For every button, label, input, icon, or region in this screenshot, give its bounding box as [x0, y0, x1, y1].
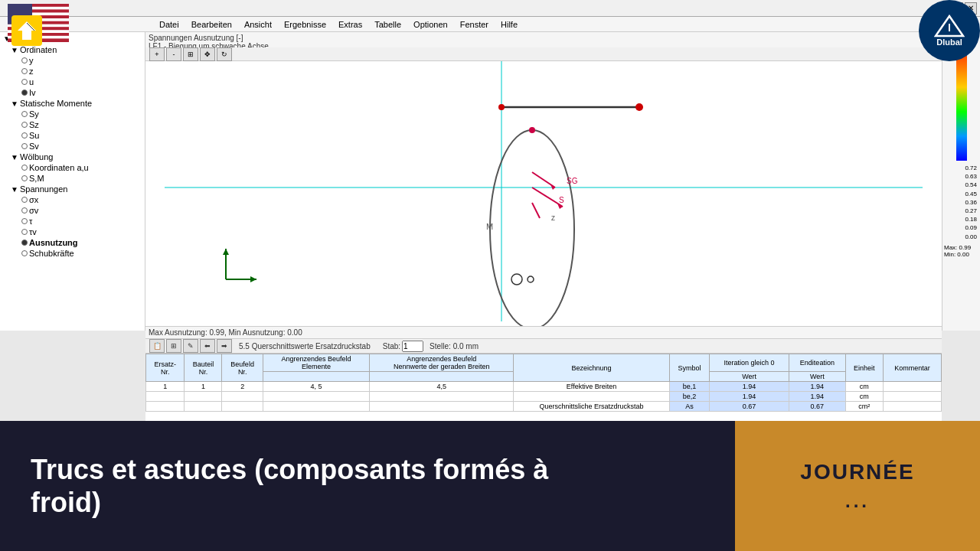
- t2-btn4[interactable]: ⬅: [200, 339, 215, 353]
- sidebar-sv[interactable]: Sv: [0, 141, 145, 152]
- cell-angr-nn-2: [370, 392, 514, 402]
- cell-iter0-2: 1.94: [710, 392, 789, 402]
- menu-datei[interactable]: Datei: [153, 20, 185, 29]
- bottom-left-text: Trucs et astuces (composants formés à fr…: [31, 453, 548, 519]
- table-row: be,2 1.94 1.94 cm: [146, 392, 942, 402]
- cell-beufeld-1: 2: [222, 382, 263, 392]
- table-row: Querschnittsliche Ersatzdruckstab As 0.6…: [146, 402, 942, 412]
- cell-beufeld-3: [222, 402, 263, 412]
- cell-bez-1: Effektive Breiten: [514, 382, 669, 392]
- menu-extras[interactable]: Extras: [332, 20, 368, 29]
- sidebar-sigmax[interactable]: σx: [0, 194, 145, 205]
- fit-btn[interactable]: ⊞: [183, 47, 198, 61]
- cell-iter0-3: 0.67: [710, 402, 789, 412]
- col-enditer: Enditeation: [789, 354, 845, 372]
- cell-komm-1: [883, 382, 941, 392]
- pan-btn[interactable]: ✥: [200, 47, 215, 61]
- status-text: Max Ausnutzung: 0.99, Min Ausnutzung: 0.…: [149, 328, 302, 337]
- toolbar2: 📋 ⊞ ✎ ⬅ ➡ 5.5 Querschnittswerte Ersatzdr…: [145, 338, 942, 354]
- cell-angr-nn-1: 4,5: [370, 382, 514, 392]
- menu-tabelle[interactable]: Tabelle: [368, 20, 407, 29]
- col-angr-nennwerte: Angrenzendes BeufeldNennwerte der gerade…: [370, 354, 514, 372]
- sidebar-tau[interactable]: τ: [0, 216, 145, 227]
- menu-bar: Datei Bearbeiten Ansicht Ergebnisse Extr…: [0, 17, 980, 32]
- sidebar-tauv[interactable]: τv: [0, 227, 145, 237]
- data-table: Ersatz-Nr. BauteilNr. BeufeldNr. Angrenz…: [145, 354, 942, 412]
- table-row: 1 1 2 4, 5 4,5 Effektive Breiten be,1 1.…: [146, 382, 942, 392]
- cell-bauteil-1: 1: [185, 382, 222, 392]
- canvas-area[interactable]: SG S z M: [145, 32, 942, 331]
- sidebar-koordinaten[interactable]: Koordinaten a,u: [0, 162, 145, 173]
- sidebar-schubkrafte[interactable]: Schubkräfte: [0, 248, 145, 259]
- sidebar-statische-momente[interactable]: ▼ Statische Momente: [0, 98, 145, 109]
- col-bauteil: BauteilNr.: [185, 354, 222, 382]
- legend-max: Max: 0.99: [944, 244, 978, 251]
- sidebar-spannungen[interactable]: ▼ Spannungen: [0, 184, 145, 194]
- t2-stab-input[interactable]: [402, 341, 423, 352]
- cell-komm-2: [883, 392, 941, 402]
- legend-val-3: 0.54: [944, 181, 977, 189]
- t2-btn5[interactable]: ➡: [217, 339, 232, 353]
- sidebar-wolbung[interactable]: ▼ Wölbung: [0, 152, 145, 162]
- sidebar-ordinaten[interactable]: ▼ Ordinaten: [0, 44, 145, 55]
- sidebar-u[interactable]: u: [0, 77, 145, 87]
- sidebar-sm[interactable]: S,M: [0, 173, 145, 184]
- sidebar-sy[interactable]: Sy: [0, 109, 145, 119]
- cell-bez-3: Querschnittsliche Ersatzdruckstab: [514, 402, 669, 412]
- sidebar-y[interactable]: y: [0, 55, 145, 66]
- title-line2: froid): [31, 486, 548, 519]
- col-beufeld: BeufeldNr.: [222, 354, 263, 382]
- legend-val-7: 0.18: [944, 215, 977, 223]
- cell-einheit-3: cm²: [845, 402, 883, 412]
- cell-bez-2: [514, 392, 669, 402]
- legend-val-6: 0.27: [944, 207, 977, 215]
- sidebar-su[interactable]: Su: [0, 130, 145, 141]
- svg-marker-14: [18, 21, 36, 40]
- dots-label: ...: [845, 491, 870, 512]
- legend-val-1: 0.72: [944, 164, 977, 172]
- sidebar-sigmav[interactable]: σv: [0, 205, 145, 216]
- t2-btn3[interactable]: ✎: [183, 339, 198, 353]
- menu-hilfe[interactable]: Hilfe: [495, 20, 524, 29]
- col-bezeichnung: Bezeichnung: [514, 354, 669, 382]
- color-legend: 0.72 0.63 0.54 0.45 0.36 0.27 0.18 0.09 …: [942, 32, 980, 331]
- menu-bearbeiten[interactable]: Bearbeiten: [185, 20, 238, 29]
- svg-text:SG: SG: [567, 177, 578, 185]
- col-n-sub: [370, 372, 514, 382]
- menu-ergebnisse[interactable]: Ergebnisse: [278, 20, 332, 29]
- cell-ersatz-3: [146, 402, 185, 412]
- col-angr-elemente: Angrenzendes BeufeldElemente: [263, 354, 369, 372]
- col-ersatz: Ersatz-Nr.: [146, 354, 185, 382]
- cell-sym-1: be,1: [669, 382, 710, 392]
- dlubal-logo: Dlubal: [919, 0, 980, 61]
- t2-btn1[interactable]: 📋: [149, 339, 165, 353]
- cell-sym-3: As: [669, 402, 710, 412]
- svg-point-20: [635, 103, 643, 111]
- cell-angr-el-1: 4, 5: [263, 382, 369, 392]
- breadcrumb-line1: Spannungen Ausnutzung [-]: [149, 34, 939, 42]
- col-kommentar: Kommentar: [883, 354, 941, 382]
- sidebar: ▼ DUENQ ▼ Ordinaten y z u Iv ▼ Statische…: [0, 32, 145, 331]
- arrow-icon: [11, 15, 42, 46]
- sidebar-sz[interactable]: Sz: [0, 119, 145, 130]
- zoom-in-btn[interactable]: +: [149, 47, 165, 61]
- cell-bauteil-2: [185, 392, 222, 402]
- sidebar-z[interactable]: z: [0, 66, 145, 77]
- bottom-right: JOURNÉE ...: [735, 421, 980, 551]
- journee-label: JOURNÉE: [800, 460, 914, 484]
- sidebar-iv[interactable]: Iv: [0, 87, 145, 98]
- menu-fenster[interactable]: Fenster: [454, 20, 495, 29]
- col-wert-iter0: Wert: [710, 372, 789, 382]
- col-symbol: Symbol: [669, 354, 710, 382]
- zoom-out-btn[interactable]: -: [166, 47, 181, 61]
- toolbar-row2: + - ⊞ ✥ ↻: [145, 47, 942, 61]
- cell-einheit-1: cm: [845, 382, 883, 392]
- legend-values: 0.72 0.63 0.54 0.45 0.36 0.27 0.18 0.09 …: [944, 164, 978, 241]
- t2-btn2[interactable]: ⊞: [166, 339, 181, 353]
- svg-point-21: [498, 104, 505, 110]
- menu-optionen[interactable]: Optionen: [407, 20, 454, 29]
- sidebar-ausnutzung[interactable]: Ausnutzung: [0, 237, 145, 248]
- menu-ansicht[interactable]: Ansicht: [238, 20, 278, 29]
- t2-stab-label: Stab:: [383, 342, 400, 350]
- rot-btn[interactable]: ↻: [217, 47, 232, 61]
